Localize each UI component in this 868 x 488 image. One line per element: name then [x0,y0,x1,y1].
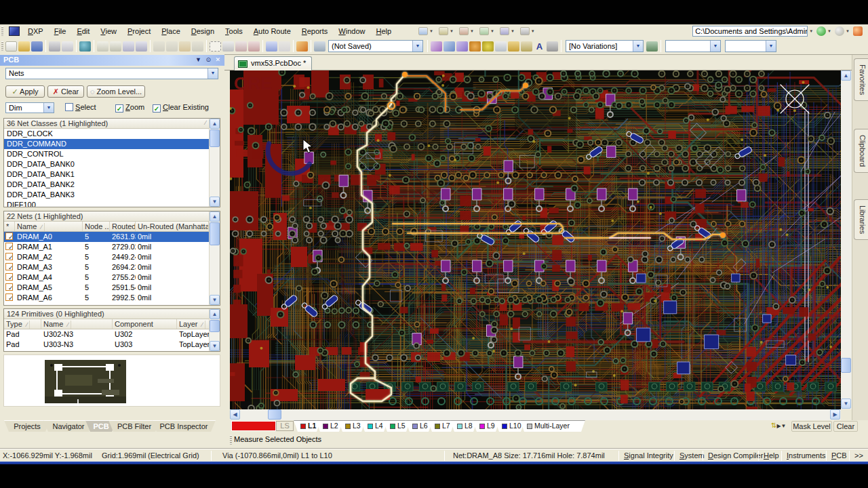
zoom-level-button[interactable]: ◌ Zoom Level... [87,85,145,98]
room-tool-icon[interactable] [500,27,509,35]
panel-pin-icon[interactable]: ⊙ [205,56,211,63]
nets-scrollbar[interactable]: ▲▼ [209,211,220,305]
net-checkbox[interactable]: ✓ [5,253,13,260]
menu-window[interactable]: Window [333,26,370,37]
nets-column-headers[interactable]: *Name ∕Node ...RoutedUn-Routed (Manhatta… [4,222,220,232]
net-class-item[interactable]: DDR_COMMAND [4,139,210,149]
dock-tab-libraries[interactable]: Libraries [854,199,868,240]
file-save-combo[interactable]: (Not Saved)▼ [328,40,423,52]
open-icon[interactable] [18,41,30,52]
clear-button[interactable]: ✗ Clear [47,85,84,98]
status-menu-pcb[interactable]: PCB [831,451,847,460]
mask-clear-button[interactable]: Clear [833,421,858,432]
view-3d-icon[interactable] [79,41,91,52]
via-icon[interactable] [482,41,494,52]
copy-icon[interactable] [166,41,178,52]
polygon-icon[interactable] [431,41,442,52]
checkbox-select[interactable] [65,103,73,111]
primitives-scrollbar[interactable]: ▲▼ [209,309,220,351]
panel-tab-pcb-inspector[interactable]: PCB Inspector [152,420,216,432]
paste-icon[interactable] [179,41,191,52]
status-menu-signal-integrity[interactable]: Signal Integrity [624,451,673,460]
fill-icon[interactable] [508,41,519,52]
move-icon[interactable] [222,41,234,52]
zoom-selected-icon[interactable] [136,41,147,52]
zoom-area-icon[interactable] [110,41,121,52]
net-classes-header[interactable]: 36 Net Classes (1 Highlighted)∕ [4,119,220,129]
variations-combo[interactable]: [No Variations]▼ [566,40,644,52]
layer-set-label[interactable]: LS [276,421,294,431]
route-icon[interactable] [443,41,455,52]
menu-view[interactable]: View [95,26,122,37]
net-class-item[interactable]: DDR_CLOCK [4,129,210,139]
net-checkbox[interactable]: ✓ [5,263,13,270]
grid-tool-icon[interactable] [520,27,530,35]
dock-tab-clipboard[interactable]: Clipboard [854,129,868,173]
redo-icon[interactable] [279,41,290,52]
menubar-grip[interactable] [1,26,3,36]
address-combo[interactable]: C:\Documents and Settings\Administra [692,26,808,37]
pcb-canvas[interactable] [230,70,841,409]
panel-mode-combo[interactable]: Nets▼ [5,68,218,79]
pad-icon[interactable] [469,41,481,52]
net-row[interactable]: ✓DRAM_A052631.930mil [4,232,220,242]
net-checkbox[interactable]: ✓ [5,293,13,301]
menu-tools[interactable]: Tools [220,26,248,37]
net-class-item[interactable]: DDR_DATA_BANK0 [4,159,210,169]
new-document-icon[interactable] [5,41,17,52]
array-icon[interactable] [521,41,532,52]
wizard-icon[interactable] [296,41,308,52]
apply-button[interactable]: ✓ Apply [5,85,45,98]
net-class-item[interactable]: DDR_DATA_BANK3 [4,190,210,200]
net-class-item[interactable]: DDR_DATA_BANK2 [4,180,210,190]
dim-combo[interactable]: Dim▼ [5,102,54,113]
arc-icon[interactable] [495,41,507,52]
paste-special-icon[interactable] [192,41,203,52]
net-row[interactable]: ✓DRAM_A252449.240mil [4,252,220,262]
primitive-row[interactable]: PadU302-N3U302TopLayer [4,329,220,340]
dxp-logo-icon[interactable] [9,26,20,36]
menu-reports[interactable]: Reports [296,26,334,37]
layer-tab-multi-layer[interactable]: Multi-Layer [520,420,585,432]
net-row[interactable]: ✓DRAM_A652992.510mil [4,293,220,303]
net-checkbox[interactable]: ✓ [5,273,13,281]
nets-header[interactable]: 22 Nets (1 Highlighted) [4,211,220,222]
primitives-column-headers[interactable]: Type ∕Name ∕ComponentLayer ∕ [4,319,220,329]
pcb-panel-titlebar[interactable]: PCB ▼ ⊙ ✕ [0,55,224,66]
net-row[interactable]: ✓DRAM_A152729.020mil [4,242,220,252]
menu-place[interactable]: Place [156,26,186,37]
print-icon[interactable] [49,41,60,52]
panel-tab-pcb-filter[interactable]: PCB Filter [108,420,160,432]
panel-close-icon[interactable]: ✕ [215,56,220,63]
net-checkbox[interactable]: ✓ [5,243,13,250]
save-icon[interactable] [31,41,43,52]
net-row[interactable]: ✓DRAM_A352694.230mil [4,262,220,272]
net-checkbox[interactable]: ✓ [5,283,13,291]
line-tool-icon[interactable] [418,27,428,35]
home-button[interactable] [853,26,863,36]
polygon-edit-icon[interactable] [456,41,468,52]
layer-tool-icon[interactable] [439,27,448,35]
net-class-item[interactable]: DDR_DATA_BANK1 [4,169,210,180]
net-classes-scrollbar[interactable]: ▲▼ [209,119,220,207]
back-button[interactable] [816,26,826,36]
menu-design[interactable]: Design [186,26,220,37]
net-class-item[interactable]: DIFF100 [4,200,210,207]
panel-tab-projects[interactable]: Projects [4,420,50,432]
net-row[interactable]: ✓DRAM_A452755.260mil [4,272,220,283]
extra-combo-2[interactable]: ▼ [725,40,776,52]
canvas-vscrollbar[interactable]: ▲ ▼ [841,70,852,409]
component-icon[interactable] [547,41,558,52]
print-preview-icon[interactable] [62,41,73,52]
select-area-icon[interactable] [210,41,221,52]
cut-icon[interactable] [153,41,165,52]
status-menu-more[interactable]: >> [854,451,863,460]
compile-icon[interactable] [646,41,658,52]
undo-icon[interactable] [266,41,277,52]
checkbox-clear-existing[interactable]: ✓ [153,104,161,113]
menu-auto-route[interactable]: Auto Route [248,26,296,37]
forward-button[interactable] [835,26,844,36]
layer-tab-l10[interactable]: L10 [495,420,525,432]
zoom-document-icon[interactable] [97,41,108,52]
menu-edit[interactable]: Edit [71,26,95,37]
